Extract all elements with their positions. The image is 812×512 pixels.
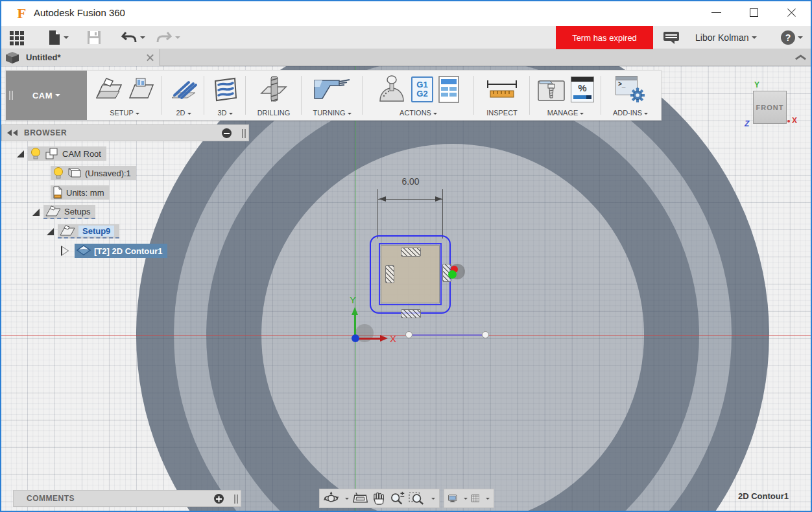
browser-drag-handle[interactable] [242,129,246,138]
tab-close-button[interactable] [145,52,156,63]
display-settings-icon[interactable] [448,491,457,506]
viewcube[interactable]: FRONT [753,91,787,124]
tree-row-units[interactable]: Units: mm [51,185,110,200]
redo-button[interactable] [156,29,180,47]
tree-row-setups[interactable]: Setups [32,205,95,219]
save-icon [87,30,101,45]
document-tab[interactable]: Untitled* [0,49,160,66]
comments-panel[interactable]: COMMENTS [13,490,241,507]
help-icon: ? [781,30,795,45]
ribbon-drag-handle[interactable] [9,91,13,100]
term-expired-badge[interactable]: Term has expired [556,26,653,49]
tree-label[interactable]: (Unsaved):1 [85,169,131,178]
look-at-icon[interactable] [353,491,368,506]
x-axis-label: X [390,333,396,344]
minimize-icon [711,12,721,13]
x-axis-arrow[interactable] [357,338,381,340]
group-label-actions[interactable]: ACTIONS [400,109,431,117]
group-label-setup[interactable]: SETUP [110,109,134,117]
new-folder-icon[interactable] [128,76,154,103]
workspace-switcher[interactable]: CAM [6,71,87,120]
dimension-value[interactable]: 6.00 [391,176,430,187]
tree-row-cam-root[interactable]: CAM Root [17,146,106,161]
group-label-turning[interactable]: TURNING [313,109,345,117]
lead-handle-right[interactable] [482,331,489,338]
tree-label[interactable]: Setup9 [78,226,114,237]
orbit-icon[interactable] [324,491,339,506]
group-label-manage[interactable]: MANAGE [547,109,579,117]
grid-settings-icon[interactable] [472,491,479,506]
undo-icon [121,30,137,45]
maximize-button[interactable] [739,0,769,25]
measure-icon[interactable] [485,78,519,101]
lead-handle-left[interactable] [405,331,412,338]
new-setup-icon[interactable] [95,76,123,103]
dropdown-caret-icon[interactable] [464,498,468,502]
display-settings-toolbar [444,489,494,508]
minimize-button[interactable] [702,0,732,25]
ribbon-group-3d: 3D [205,71,245,120]
save-button[interactable] [87,29,101,47]
workspace-label: CAM [32,91,53,100]
tree-label[interactable]: CAM Root [62,149,101,159]
fit-view-icon[interactable] [409,491,425,506]
expand-triangle-icon[interactable] [32,209,40,216]
tree-label[interactable]: Setups [64,207,90,216]
comments-button[interactable] [663,29,680,47]
3d-milling-icon[interactable] [211,76,239,103]
tree-row-2d-contour1[interactable]: [T2] 2D Contour1 [62,244,167,258]
dropdown-caret-icon[interactable] [345,498,349,502]
2d-milling-icon[interactable] [169,76,198,103]
tool-library-icon[interactable] [537,76,566,103]
group-label-inspect[interactable]: INSPECT [486,109,518,117]
group-label-3d[interactable]: 3D [217,109,226,117]
dropdown-caret-icon [187,113,191,117]
add-comment-button[interactable] [214,494,224,504]
group-label-drilling[interactable]: DRILLING [257,109,291,117]
expand-triangle-icon[interactable] [47,228,54,235]
tree-label[interactable]: Units: mm [66,188,104,198]
group-label-addins[interactable]: ADD-INS [613,109,642,117]
tree-row-unsaved[interactable]: (Unsaved):1 [51,166,136,180]
user-name: Libor Kolman [695,32,749,43]
simulate-icon[interactable] [377,75,406,104]
hide-all-button[interactable] [222,128,232,138]
viewcube-front-face[interactable]: FRONT [756,104,784,111]
drilling-icon[interactable] [259,75,289,104]
help-menu[interactable]: ? [781,29,803,47]
setup-sheet-icon[interactable] [438,76,459,103]
user-menu[interactable]: Libor Kolman [695,29,757,47]
tree-row-setup9[interactable]: Setup9 [47,224,119,239]
dimension-ext-line-left [377,189,378,239]
app-grid-button[interactable] [9,29,25,47]
window-title: Autodesk Fusion 360 [34,7,125,18]
collapsed-triangle-icon[interactable] [62,247,68,255]
browser-panel: BROWSER CAM Root [1,124,249,141]
visibility-bulb-icon[interactable] [30,147,42,160]
comments-drag-handle[interactable] [234,495,238,504]
close-button[interactable] [777,0,807,25]
collapse-panel-icon[interactable] [7,130,18,136]
maximize-icon [750,8,758,17]
dropdown-caret-icon [136,113,139,117]
visibility-bulb-icon[interactable] [53,167,64,180]
body-icon [67,167,82,180]
zoom-icon[interactable] [390,491,405,506]
expand-triangle-icon[interactable] [17,150,24,157]
task-manager-icon[interactable]: % [571,76,594,102]
viewcube-z-label: Z [745,119,749,128]
browser-header[interactable]: BROWSER [1,124,249,141]
group-label-2d[interactable]: 2D [176,109,185,117]
pan-hand-icon[interactable] [372,491,385,506]
dropdown-caret-icon[interactable] [431,498,435,502]
undo-button[interactable] [121,29,145,47]
turning-icon[interactable] [313,76,351,102]
origin-point[interactable] [352,334,359,342]
dropdown-caret-icon[interactable] [486,498,490,502]
post-process-icon[interactable]: G1 G2 [411,76,433,102]
tree-label[interactable]: [T2] 2D Contour1 [94,246,162,256]
file-menu-button[interactable] [48,29,69,47]
scripts-addins-icon[interactable]: >_ [615,76,645,103]
redo-icon [156,30,173,45]
collapse-ribbon-button[interactable] [795,54,804,60]
